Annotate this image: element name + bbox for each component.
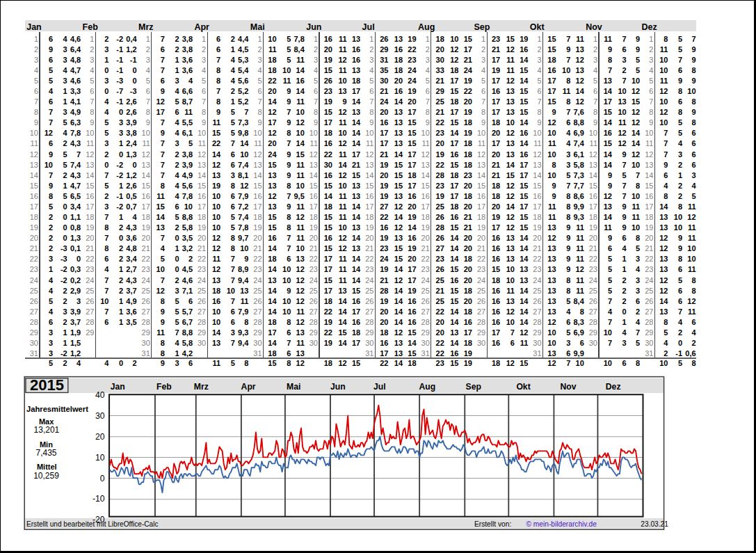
svg-text:Erstellt von:: Erstellt von: <box>474 520 511 528</box>
svg-text:23.03.21: 23.03.21 <box>641 520 668 528</box>
svg-text:Sep: Sep <box>466 382 481 392</box>
svg-text:© mein-bilderarchiv.de: © mein-bilderarchiv.de <box>526 520 597 528</box>
svg-text:30: 30 <box>95 411 105 421</box>
svg-text:Jul: Jul <box>373 382 386 392</box>
svg-text:Mittel: Mittel <box>37 463 57 471</box>
svg-text:Feb: Feb <box>156 382 172 392</box>
svg-text:40: 40 <box>95 390 105 400</box>
svg-text:Jun: Jun <box>330 382 346 392</box>
svg-text:20: 20 <box>95 432 105 442</box>
svg-text:2015: 2015 <box>30 376 64 394</box>
svg-text:Okt: Okt <box>516 382 530 392</box>
svg-text:Jahresmittelwert: Jahresmittelwert <box>26 405 88 413</box>
svg-text:Mrz: Mrz <box>194 382 209 392</box>
svg-text:Erstellt und bearbeitet mit Li: Erstellt und bearbeitet mit LibreOffice-… <box>26 520 158 528</box>
svg-text:0: 0 <box>100 474 105 483</box>
svg-text:7,435: 7,435 <box>35 448 56 458</box>
svg-text:Apr: Apr <box>241 382 256 392</box>
svg-text:13,201: 13,201 <box>34 425 60 435</box>
svg-text:-10: -10 <box>93 494 105 504</box>
svg-text:Jan: Jan <box>111 382 125 392</box>
svg-text:10,259: 10,259 <box>33 471 59 481</box>
svg-text:10: 10 <box>95 453 105 463</box>
svg-text:Mai: Mai <box>287 382 300 392</box>
svg-text:Nov: Nov <box>560 382 576 392</box>
svg-text:Aug: Aug <box>419 382 436 392</box>
svg-text:Dez: Dez <box>606 382 621 392</box>
